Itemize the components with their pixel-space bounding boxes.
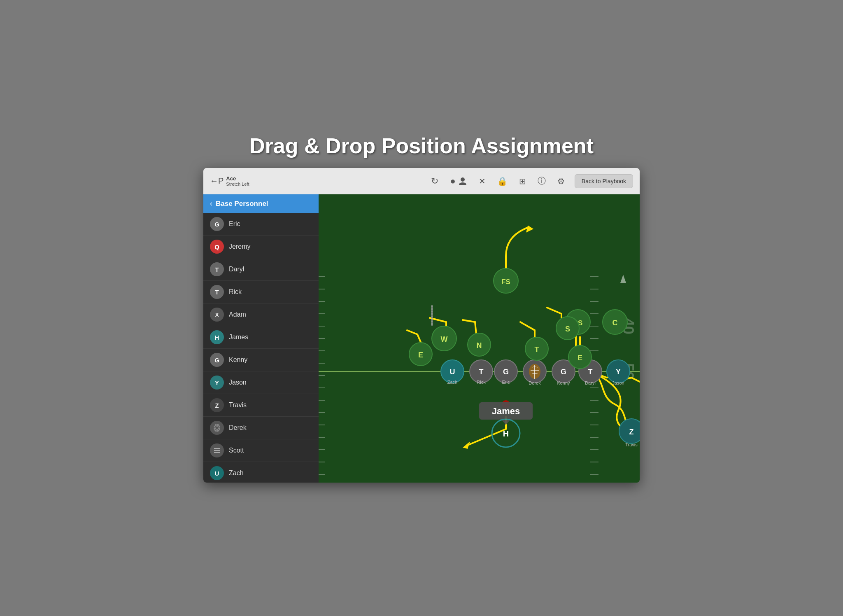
svg-text:Y: Y bbox=[616, 368, 621, 376]
sidebar-item-adam[interactable]: X Adam bbox=[203, 303, 319, 326]
toolbar-icons: ↻ ● ✕ 🔒 ⊞ ⓘ ⚙ bbox=[431, 175, 564, 187]
svg-text:Travis: Travis bbox=[625, 442, 638, 447]
person-icon[interactable]: ● bbox=[450, 176, 467, 187]
player-name-daryl: Daryl bbox=[229, 266, 244, 273]
player-badge-daryl: T bbox=[210, 262, 224, 276]
gear-icon[interactable]: ⚙ bbox=[557, 176, 565, 186]
app-container: ←P Ace Stretch Left ↻ ● ✕ 🔒 ⊞ ⓘ ⚙ Back t… bbox=[203, 168, 640, 483]
svg-text:W: W bbox=[441, 335, 448, 343]
refresh-icon[interactable]: ↻ bbox=[431, 176, 438, 187]
player-name-rick: Rick bbox=[229, 288, 242, 296]
player-badge-jason: Y bbox=[210, 376, 224, 390]
svg-text:N: N bbox=[477, 341, 482, 350]
player-name-jason: Jason bbox=[229, 379, 247, 386]
svg-text:T: T bbox=[479, 368, 484, 376]
player-name-derek: Derek bbox=[229, 424, 247, 432]
drag-handle bbox=[431, 305, 433, 326]
sidebar-header-label: Base Personnel bbox=[216, 200, 268, 208]
player-badge-scott bbox=[210, 443, 224, 457]
sidebar-item-rick[interactable]: T Rick bbox=[203, 281, 319, 303]
player-name-zach: Zach bbox=[229, 469, 244, 477]
sidebar: ‹ Base Personnel G Eric Q Jeremy T Daryl… bbox=[203, 194, 319, 483]
svg-text:Jason: Jason bbox=[612, 380, 624, 385]
svg-text:S: S bbox=[565, 325, 570, 333]
sidebar-item-kenny[interactable]: G Kenny bbox=[203, 349, 319, 371]
sidebar-item-james[interactable]: H James bbox=[203, 326, 319, 349]
player-badge-jeremy: Q bbox=[210, 240, 224, 254]
sidebar-item-travis[interactable]: Z Travis bbox=[203, 394, 319, 417]
player-badge-derek bbox=[210, 421, 224, 435]
svg-text:Z: Z bbox=[629, 428, 634, 436]
svg-text:Derek: Derek bbox=[529, 380, 541, 385]
svg-text:T: T bbox=[588, 368, 593, 376]
back-arrow-icon: ←P bbox=[210, 176, 224, 186]
main-area: ‹ Base Personnel G Eric Q Jeremy T Daryl… bbox=[203, 194, 640, 483]
toolbar: ←P Ace Stretch Left ↻ ● ✕ 🔒 ⊞ ⓘ ⚙ Back t… bbox=[203, 168, 640, 194]
play-name-main: Ace bbox=[226, 175, 249, 182]
page-title: Drag & Drop Position Assignment bbox=[249, 133, 594, 158]
svg-text:Kenny: Kenny bbox=[557, 380, 570, 385]
svg-text:C: C bbox=[612, 319, 618, 327]
player-name-eric: Eric bbox=[229, 220, 240, 228]
svg-text:G: G bbox=[561, 368, 566, 376]
svg-text:E: E bbox=[418, 351, 423, 359]
svg-text:FS: FS bbox=[501, 278, 510, 286]
play-name-sub: Stretch Left bbox=[226, 182, 249, 187]
sidebar-item-scott[interactable]: Scott bbox=[203, 439, 319, 462]
player-name-kenny: Kenny bbox=[229, 356, 247, 364]
player-name-jeremy: Jeremy bbox=[229, 243, 250, 250]
info-icon[interactable]: ⓘ bbox=[538, 175, 546, 187]
svg-text:Daryl: Daryl bbox=[585, 380, 596, 385]
sidebar-item-daryl[interactable]: T Daryl bbox=[203, 258, 319, 281]
player-badge-adam: X bbox=[210, 308, 224, 322]
sidebar-item-eric[interactable]: G Eric bbox=[203, 213, 319, 236]
player-badge-james: H bbox=[210, 330, 224, 344]
svg-text:H: H bbox=[503, 429, 509, 438]
sidebar-item-zach[interactable]: U Zach bbox=[203, 462, 319, 483]
sidebar-item-jason[interactable]: Y Jason bbox=[203, 371, 319, 394]
toolbar-logo: ←P Ace Stretch Left bbox=[210, 175, 249, 187]
back-to-playbook-button[interactable]: Back to Playbook bbox=[575, 174, 633, 188]
player-badge-travis: Z bbox=[210, 398, 224, 412]
player-name-scott: Scott bbox=[229, 447, 244, 454]
svg-text:G: G bbox=[503, 368, 509, 376]
close-icon[interactable]: ✕ bbox=[479, 176, 486, 186]
svg-text:U: U bbox=[450, 368, 455, 376]
play-name-container: Ace Stretch Left bbox=[226, 175, 249, 187]
svg-text:James: James bbox=[492, 406, 520, 416]
football-field: 40 50 0 bbox=[319, 194, 640, 483]
player-badge-eric: G bbox=[210, 217, 224, 231]
add-icon[interactable]: ⊞ bbox=[519, 176, 526, 186]
svg-text:T: T bbox=[535, 345, 539, 354]
player-name-james: James bbox=[229, 334, 248, 341]
player-name-travis: Travis bbox=[229, 401, 247, 409]
player-badge-zach: U bbox=[210, 466, 224, 480]
svg-text:E: E bbox=[578, 354, 582, 362]
svg-point-0 bbox=[461, 177, 465, 182]
sidebar-item-jeremy[interactable]: Q Jeremy bbox=[203, 236, 319, 258]
player-badge-rick: T bbox=[210, 285, 224, 299]
lock-icon[interactable]: 🔒 bbox=[497, 176, 508, 186]
player-name-adam: Adam bbox=[229, 311, 246, 318]
sidebar-header[interactable]: ‹ Base Personnel bbox=[203, 194, 319, 213]
svg-text:Zach: Zach bbox=[447, 380, 457, 385]
svg-text:Eric: Eric bbox=[502, 380, 510, 385]
svg-text:Rick: Rick bbox=[477, 380, 486, 385]
chevron-left-icon: ‹ bbox=[210, 199, 212, 208]
player-badge-kenny: G bbox=[210, 353, 224, 367]
sidebar-item-derek[interactable]: Derek bbox=[203, 417, 319, 439]
